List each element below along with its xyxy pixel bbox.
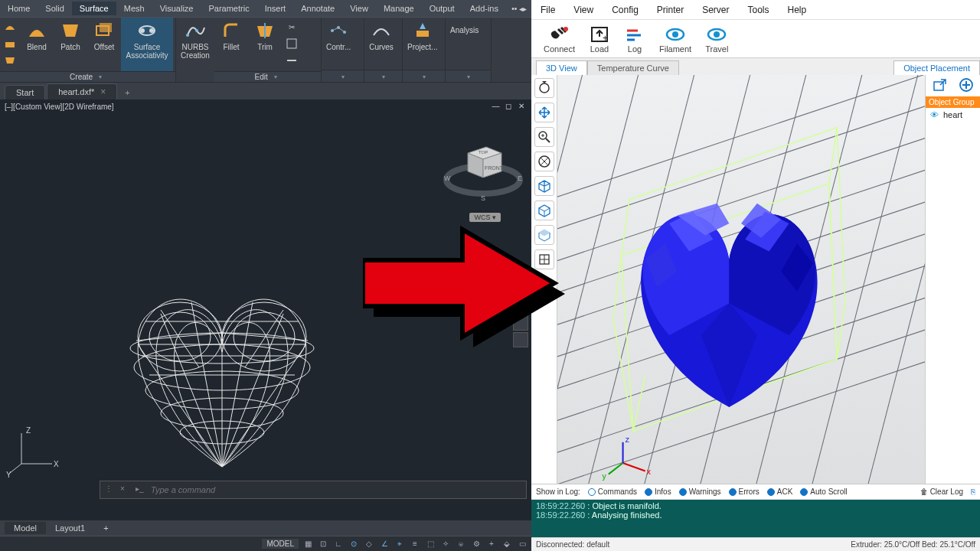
edit-small-1[interactable]: ✂ xyxy=(283,19,300,36)
nurbs-button[interactable]: NURBS Creation xyxy=(176,18,214,70)
edit-small-2[interactable] xyxy=(283,36,300,53)
fillet-button[interactable]: Fillet xyxy=(214,18,248,71)
nav-orbit-icon[interactable] xyxy=(513,332,528,347)
command-line[interactable]: ⋮ × ▸_ xyxy=(100,481,527,499)
slicer-3d-viewport[interactable]: x y z xyxy=(557,75,925,484)
create-small-2[interactable] xyxy=(2,36,18,53)
status-snap-icon[interactable]: ⊡ xyxy=(317,538,329,550)
status-lwt-icon[interactable]: ≡ xyxy=(409,538,421,550)
vp-maximize-icon[interactable]: ◻ xyxy=(503,102,514,111)
sb-reset-icon[interactable] xyxy=(534,78,554,98)
status-tr-icon[interactable]: ⬚ xyxy=(424,538,436,550)
sb-zoom-icon[interactable] xyxy=(534,127,554,147)
filter-warnings[interactable]: Warnings xyxy=(679,487,721,496)
trim-button[interactable]: Trim xyxy=(248,18,282,71)
create-small-1[interactable] xyxy=(2,19,18,36)
status-dyn-icon[interactable]: ⌖ xyxy=(394,538,406,550)
sb-front-icon[interactable] xyxy=(534,201,554,220)
sl-menu-tools[interactable]: Tools xyxy=(739,2,779,18)
tab-add-layout[interactable]: + xyxy=(94,522,117,534)
view-cube[interactable]: TOP FRONT W E S xyxy=(441,130,525,214)
travel-button[interactable]: Travel xyxy=(699,23,734,55)
create-small-3[interactable] xyxy=(2,53,18,70)
menu-manage[interactable]: Manage xyxy=(376,2,422,15)
viewport-label[interactable]: [–][Custom View][2D Wireframe] xyxy=(5,103,114,111)
sl-menu-server[interactable]: Server xyxy=(693,2,738,18)
menu-addins[interactable]: Add-ins xyxy=(462,2,506,15)
vp-close-icon[interactable]: ✕ xyxy=(516,102,527,111)
status-track-icon[interactable]: ∠ xyxy=(378,538,390,550)
tab-start[interactable]: Start xyxy=(5,85,45,99)
close-tab-icon[interactable]: × xyxy=(100,86,106,97)
connect-button[interactable]: Connect xyxy=(537,23,581,55)
status-iso-icon[interactable]: ⬙ xyxy=(501,538,513,550)
tab-object-placement[interactable]: Object Placement xyxy=(893,60,980,75)
blend-button[interactable]: Blend xyxy=(20,18,54,71)
status-osnap-icon[interactable]: ◇ xyxy=(363,538,375,550)
tab-heart[interactable]: heart.dxf*× xyxy=(47,83,117,99)
visibility-icon[interactable]: 👁 xyxy=(930,110,939,119)
curves-button[interactable]: Curves xyxy=(364,18,398,70)
tab-new[interactable]: + xyxy=(119,86,136,99)
menu-annotate[interactable]: Annotate xyxy=(293,2,342,15)
vp-minimize-icon[interactable]: — xyxy=(490,102,501,111)
cmd-close-icon[interactable]: × xyxy=(120,484,131,495)
sl-menu-help[interactable]: Help xyxy=(779,2,816,18)
sb-fit-icon[interactable] xyxy=(534,152,554,171)
sb-top-icon[interactable] xyxy=(534,225,554,245)
sb-move-icon[interactable] xyxy=(534,103,554,122)
menu-view[interactable]: View xyxy=(342,2,376,15)
menu-visualize[interactable]: Visualize xyxy=(152,2,201,15)
filter-ack[interactable]: ACK xyxy=(767,487,793,496)
log-button[interactable]: Log xyxy=(618,23,652,55)
filter-commands[interactable]: Commands xyxy=(588,487,637,496)
cad-viewport[interactable]: [–][Custom View][2D Wireframe] — ◻ ✕ TOP… xyxy=(0,99,531,520)
cmd-handle-icon[interactable]: ⋮ xyxy=(105,484,116,495)
object-item-heart[interactable]: 👁 heart xyxy=(926,108,980,122)
status-sc-icon[interactable]: ✧ xyxy=(439,538,452,550)
load-button[interactable]: +Load xyxy=(583,23,616,55)
clear-log-button[interactable]: 🗑 Clear Log xyxy=(920,487,963,496)
menu-output[interactable]: Output xyxy=(422,2,462,15)
tab-layout1[interactable]: Layout1 xyxy=(46,522,94,534)
analysis-button[interactable]: Analysis xyxy=(446,18,483,70)
export-icon[interactable] xyxy=(932,77,947,95)
status-grid-icon[interactable]: ▦ xyxy=(302,538,314,550)
nav-wheel[interactable] xyxy=(513,285,528,331)
status-clean-icon[interactable]: ▭ xyxy=(516,538,528,550)
status-ortho-icon[interactable]: ∟ xyxy=(332,538,345,550)
sl-menu-file[interactable]: File xyxy=(531,2,564,18)
status-more-icon[interactable]: + xyxy=(485,538,498,550)
menu-solid[interactable]: Solid xyxy=(38,2,71,15)
status-model-button[interactable]: MODEL xyxy=(262,539,299,549)
patch-button[interactable]: Patch xyxy=(54,18,87,71)
nav-pan-icon[interactable] xyxy=(513,268,528,283)
add-icon[interactable] xyxy=(959,77,974,95)
menu-home[interactable]: Home xyxy=(0,2,38,15)
log-output[interactable]: 18:59:22.260 : Object is manifold. 18:59… xyxy=(531,500,980,537)
status-ann-icon[interactable]: ⍟ xyxy=(455,538,467,550)
filter-errors[interactable]: Errors xyxy=(729,487,760,496)
tab-model[interactable]: Model xyxy=(5,522,46,534)
tab-3dview[interactable]: 3D View xyxy=(536,60,587,75)
sb-parallel-icon[interactable] xyxy=(534,249,554,269)
filament-button[interactable]: Filament xyxy=(653,23,697,55)
sb-iso-icon[interactable] xyxy=(534,176,554,196)
command-input[interactable] xyxy=(151,485,521,494)
menu-surface[interactable]: Surface xyxy=(72,2,116,15)
object-group-header[interactable]: Object Group xyxy=(926,96,980,108)
menu-mesh[interactable]: Mesh xyxy=(116,2,152,15)
menu-insert[interactable]: Insert xyxy=(257,2,294,15)
sl-menu-view[interactable]: View xyxy=(564,2,603,18)
status-ws-icon[interactable]: ⚙ xyxy=(470,538,482,550)
menu-expand-icon[interactable]: •• ◂▸ xyxy=(507,5,531,13)
filter-autoscroll[interactable]: Auto Scroll xyxy=(800,487,847,496)
menu-parametric[interactable]: Parametric xyxy=(201,2,256,15)
control-button[interactable]: Contr... xyxy=(322,18,355,70)
status-polar-icon[interactable]: ⊙ xyxy=(348,538,360,550)
edit-small-3[interactable] xyxy=(283,53,300,70)
surface-associativity-button[interactable]: Surface Associativity xyxy=(121,18,173,71)
copy-log-icon[interactable]: ⎘ xyxy=(971,487,975,496)
sl-menu-printer[interactable]: Printer xyxy=(648,2,693,18)
tab-temperature[interactable]: Temperature Curve xyxy=(587,60,679,75)
